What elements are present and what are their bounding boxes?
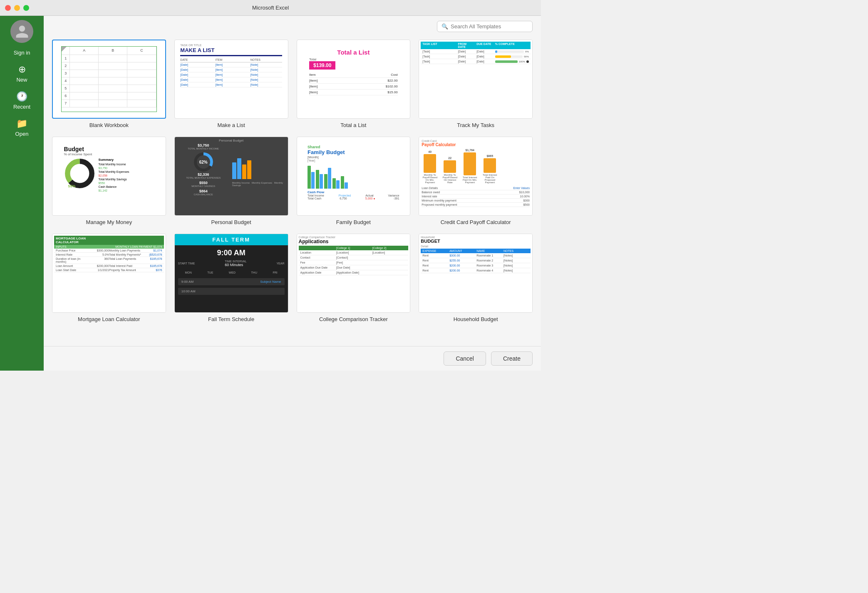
window-title: Microsoft Excel — [252, 5, 289, 11]
sidebar-item-signin[interactable]: Sign in — [0, 45, 44, 60]
template-college-comparison[interactable]: College Comparison Tracker Applications … — [297, 234, 411, 322]
template-name-credit-card-payoff: Credit Card Payoff Calculator — [441, 219, 511, 225]
maximize-button[interactable] — [23, 5, 29, 11]
template-thumb-total-a-list: Total a List Total $139.00 ItemCost [Ite… — [297, 40, 411, 119]
template-name-make-a-list: Make a List — [217, 122, 245, 128]
template-track-my-tasks[interactable]: TASK LIST FROM DATE DUE DATE % COMPLETE … — [419, 40, 533, 128]
template-thumb-personal-budget: Personal Budget $3,750TOTAL MONTHLY INCO… — [174, 137, 288, 216]
template-name-fall-term: Fall Term Schedule — [208, 316, 254, 322]
minimize-button[interactable] — [14, 5, 20, 11]
toolbar: 🔍 — [44, 16, 541, 35]
template-blank-workbook[interactable]: A B C 1 2 3 4 5 6 7 Blank Workbook — [52, 40, 166, 128]
signin-label: Sign in — [14, 50, 30, 56]
template-thumb-make-a-list: TASK OR TITLE MAKE A LIST DATE ITEM NOTE… — [174, 40, 288, 119]
window-controls — [5, 5, 29, 11]
template-fall-term[interactable]: FALL TERM 9:00 AM START TIME TIME INTERV… — [174, 234, 288, 322]
template-thumb-track-my-tasks: TASK LIST FROM DATE DUE DATE % COMPLETE … — [419, 40, 533, 119]
template-mortgage-loan[interactable]: MORTGAGE LOANCALCULATOR INPUTS MONTHLY L… — [52, 234, 166, 322]
title-bar: Microsoft Excel — [0, 0, 541, 16]
template-name-college-comparison: College Comparison Tracker — [319, 316, 388, 322]
user-icon — [15, 24, 30, 39]
main-content: 🔍 A B C 1 2 — [44, 16, 541, 371]
template-thumb-household-budget: Household BUDGET Detail EXPENSE AMOUNT N… — [419, 234, 533, 313]
new-icon: ⊕ — [18, 64, 26, 75]
template-make-a-list[interactable]: TASK OR TITLE MAKE A LIST DATE ITEM NOTE… — [174, 40, 288, 128]
template-name-mortgage-loan: Mortgage Loan Calculator — [78, 316, 140, 322]
app-body: Sign in ⊕ New 🕐 Recent 📁 Open 🔍 — [0, 16, 541, 371]
template-name-blank-workbook: Blank Workbook — [89, 122, 129, 128]
template-thumb-fall-term: FALL TERM 9:00 AM START TIME TIME INTERV… — [174, 234, 288, 313]
template-thumb-mortgage-loan: MORTGAGE LOANCALCULATOR INPUTS MONTHLY L… — [52, 234, 166, 313]
template-name-manage-my-money: Manage My Money — [86, 219, 132, 225]
open-icon: 📁 — [16, 118, 27, 129]
template-credit-card-payoff[interactable]: Credit Card Payoff Calculator 40 Monthly… — [419, 137, 533, 225]
new-label: New — [16, 77, 27, 83]
recent-label: Recent — [13, 104, 30, 110]
search-input[interactable] — [451, 23, 528, 30]
template-thumb-college-comparison: College Comparison Tracker Applications … — [297, 234, 411, 313]
template-family-budget[interactable]: Shared Family Budget [Month] [Year] Cash… — [297, 137, 411, 225]
template-name-track-my-tasks: Track My Tasks — [457, 122, 494, 128]
templates-grid: A B C 1 2 3 4 5 6 7 Blank Workbook — [44, 35, 541, 346]
search-box[interactable]: 🔍 — [437, 21, 533, 32]
open-label: Open — [15, 131, 29, 137]
template-thumb-blank-workbook: A B C 1 2 3 4 5 6 7 — [52, 40, 166, 119]
template-thumb-manage-my-money: Budget % of Income Spent 55% — [52, 137, 166, 216]
template-manage-my-money[interactable]: Budget % of Income Spent 55% — [52, 137, 166, 225]
sidebar-item-recent[interactable]: 🕐 Recent — [0, 87, 44, 114]
avatar — [10, 20, 33, 43]
close-button[interactable] — [5, 5, 11, 11]
create-button[interactable]: Create — [491, 351, 533, 366]
template-household-budget[interactable]: Household BUDGET Detail EXPENSE AMOUNT N… — [419, 234, 533, 322]
search-icon: 🔍 — [441, 23, 448, 30]
template-name-personal-budget: Personal Budget — [211, 219, 251, 225]
sidebar-item-open[interactable]: 📁 Open — [0, 114, 44, 141]
template-name-family-budget: Family Budget — [336, 219, 371, 225]
template-thumb-credit-card-payoff: Credit Card Payoff Calculator 40 Monthly… — [419, 137, 533, 216]
recent-icon: 🕐 — [16, 91, 27, 102]
footer: Cancel Create — [44, 346, 541, 371]
sidebar-item-new[interactable]: ⊕ New — [0, 60, 44, 87]
cancel-button[interactable]: Cancel — [444, 351, 486, 366]
template-thumb-family-budget: Shared Family Budget [Month] [Year] Cash… — [297, 137, 411, 216]
template-name-total-a-list: Total a List — [340, 122, 366, 128]
template-name-household-budget: Household Budget — [454, 316, 498, 322]
template-personal-budget[interactable]: Personal Budget $3,750TOTAL MONTHLY INCO… — [174, 137, 288, 225]
template-total-a-list[interactable]: Total a List Total $139.00 ItemCost [Ite… — [297, 40, 411, 128]
sidebar: Sign in ⊕ New 🕐 Recent 📁 Open — [0, 16, 44, 371]
